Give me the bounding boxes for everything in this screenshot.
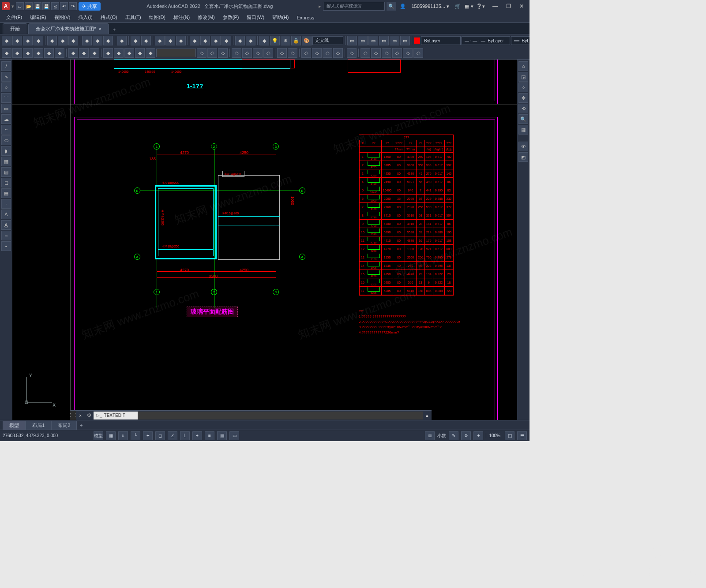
tool-arc-icon[interactable]: ◆: [34, 48, 43, 58]
tool-erase-icon[interactable]: ◇: [277, 48, 287, 58]
pline-icon[interactable]: ∿: [1, 72, 11, 82]
tool-ellipse-icon[interactable]: ◆: [79, 48, 89, 58]
gradient-icon[interactable]: ▨: [1, 167, 11, 177]
tab-start[interactable]: 开始: [3, 23, 27, 34]
nav-show-icon[interactable]: ▦: [518, 125, 528, 135]
tool-match-icon[interactable]: ◆: [117, 36, 127, 45]
tool-undo-icon[interactable]: ◆: [131, 36, 140, 45]
tool-text-icon[interactable]: ◇: [323, 48, 332, 58]
status-zoom[interactable]: 100%: [486, 433, 502, 438]
tab-active-doc[interactable]: 全套水厂净水构筑物施工图* ×: [28, 23, 109, 34]
tool-rev-icon[interactable]: ◆: [55, 48, 64, 58]
tool-zoomext-icon[interactable]: ◆: [165, 36, 175, 45]
tool-sheet-icon[interactable]: ◆: [200, 36, 210, 45]
tool-copy-icon[interactable]: ◆: [114, 48, 124, 58]
layer-state-0-icon[interactable]: 💡: [270, 36, 280, 45]
layertool-1-icon[interactable]: ▭: [358, 36, 368, 45]
tool-dim-icon[interactable]: ◇: [301, 48, 311, 58]
layertool-0-icon[interactable]: ▭: [347, 36, 357, 45]
tool-zoomwin-icon[interactable]: ◆: [176, 36, 186, 45]
menu-tools[interactable]: 工具(T): [122, 13, 145, 22]
tool-cut-icon[interactable]: ◆: [82, 36, 92, 45]
status-unit-format[interactable]: 小数: [437, 433, 446, 439]
tool-mirror-icon[interactable]: ◆: [135, 48, 145, 58]
color-dropdown[interactable]: ByLayer: [421, 36, 461, 45]
tool-save-icon[interactable]: ◆: [23, 36, 33, 45]
nav-compass-icon[interactable]: ✧: [518, 82, 528, 92]
menu-view[interactable]: 视图(V): [51, 13, 74, 22]
point-icon[interactable]: ·: [1, 199, 11, 209]
tool-pline-icon[interactable]: ◆: [12, 48, 22, 58]
tool-layers-icon[interactable]: ◆: [211, 36, 221, 45]
status-polar-icon[interactable]: ✦: [143, 431, 153, 440]
tool-block-icon[interactable]: ◆: [235, 36, 245, 45]
rect-icon[interactable]: ▭: [1, 104, 11, 113]
menu-express[interactable]: Express: [293, 14, 318, 22]
status-space[interactable]: 模型: [94, 431, 103, 440]
a-icon[interactable]: ⎓: [1, 231, 11, 240]
tab-add-button[interactable]: +: [110, 25, 119, 34]
command-line[interactable]: ⋮⋮ × ⚙ ▷_ TEXTEDIT ▴: [70, 410, 432, 420]
user-menu[interactable]: 15059991135... ▾: [409, 4, 451, 9]
layertool-2-icon[interactable]: ▭: [368, 36, 378, 45]
qat-save-icon[interactable]: 💾: [34, 2, 41, 10]
close-button[interactable]: ✕: [515, 2, 528, 11]
menu-help[interactable]: 帮助(H): [269, 13, 292, 22]
layer-state-3-icon[interactable]: 🎨: [302, 36, 312, 45]
cmd-up-icon[interactable]: ▴: [423, 412, 432, 418]
tool-block-icon[interactable]: ◇: [403, 48, 413, 58]
status-clean-icon[interactable]: ☰: [517, 431, 527, 440]
tab-layout1[interactable]: 布局1: [26, 421, 51, 430]
table-icon[interactable]: ▤: [1, 188, 11, 198]
status-lwt-icon[interactable]: ≡: [205, 431, 214, 440]
status-osnap-icon[interactable]: ◻: [155, 431, 165, 440]
tool-open-icon[interactable]: ◆: [12, 36, 22, 45]
linetype-dropdown[interactable]: — · — · — ByLayer: [462, 36, 510, 45]
layer-state-2-icon[interactable]: 🔒: [291, 36, 301, 45]
tool-layeriso-icon[interactable]: ◇: [361, 48, 370, 58]
tool-fillet-icon[interactable]: ◇: [232, 48, 241, 58]
qat-saveas-icon[interactable]: 💾: [42, 2, 50, 10]
spline-icon[interactable]: ~: [1, 125, 11, 135]
tab-close-icon[interactable]: ×: [98, 26, 101, 31]
maximize-button[interactable]: ❐: [502, 2, 514, 11]
tool-group-icon[interactable]: ◇: [382, 48, 391, 58]
status-scale-icon[interactable]: ⚖: [425, 431, 435, 440]
color-swatch[interactable]: [414, 37, 420, 44]
share-button[interactable]: ✈ 共享: [79, 2, 101, 11]
status-gear-icon[interactable]: ⚙: [461, 431, 471, 440]
status-plus-icon[interactable]: +: [473, 431, 483, 440]
drawing-canvas[interactable]: 140650 140650 140650 1-1?? 1 2 3: [12, 60, 517, 420]
search-button[interactable]: 🔍: [387, 2, 396, 11]
view-icon[interactable]: 👁: [518, 142, 528, 151]
help-icon[interactable]: ❔▾: [476, 1, 485, 11]
signin-icon[interactable]: 👤: [398, 1, 408, 11]
tool-tool-icon[interactable]: ◆: [222, 36, 231, 45]
visual-icon[interactable]: ◩: [518, 152, 528, 162]
qat-undo-icon[interactable]: ↶: [60, 2, 68, 10]
tool-new-icon[interactable]: ◆: [2, 36, 11, 45]
tool-rotate-icon[interactable]: ◆: [124, 48, 134, 58]
tool-plot-icon[interactable]: ◆: [47, 36, 57, 45]
menu-dim[interactable]: 标注(N): [170, 13, 193, 22]
status-sel-icon[interactable]: ▭: [229, 431, 239, 440]
tool-line-icon[interactable]: ◆: [2, 48, 11, 58]
revcloud-icon[interactable]: ☁: [1, 114, 11, 124]
tool-table-icon[interactable]: ◇: [333, 48, 343, 58]
cmd-close-icon[interactable]: ×: [76, 413, 85, 418]
layertool-5-icon[interactable]: ▭: [400, 36, 410, 45]
mtext-icon[interactable]: A̲: [1, 220, 11, 230]
tool-layeroff-icon[interactable]: ◇: [371, 48, 381, 58]
ellipse-icon[interactable]: ⬭: [1, 135, 11, 145]
qat-redo-icon[interactable]: ↷: [69, 2, 77, 10]
tool-offset-icon[interactable]: ◇: [263, 48, 273, 58]
text-icon[interactable]: A: [1, 210, 11, 219]
menu-modify[interactable]: 修改(M): [194, 13, 218, 22]
tool-paste-icon[interactable]: ◆: [103, 36, 113, 45]
layer-state-1-icon[interactable]: ❄: [281, 36, 290, 45]
qat-plot-icon[interactable]: 🖨: [51, 2, 59, 10]
qat-open-icon[interactable]: 📂: [25, 2, 33, 10]
tool-help-icon[interactable]: ◆: [259, 36, 269, 45]
nav-orbit-icon[interactable]: ⟲: [518, 104, 528, 113]
cmd-handle-icon[interactable]: ⋮⋮: [70, 411, 76, 420]
